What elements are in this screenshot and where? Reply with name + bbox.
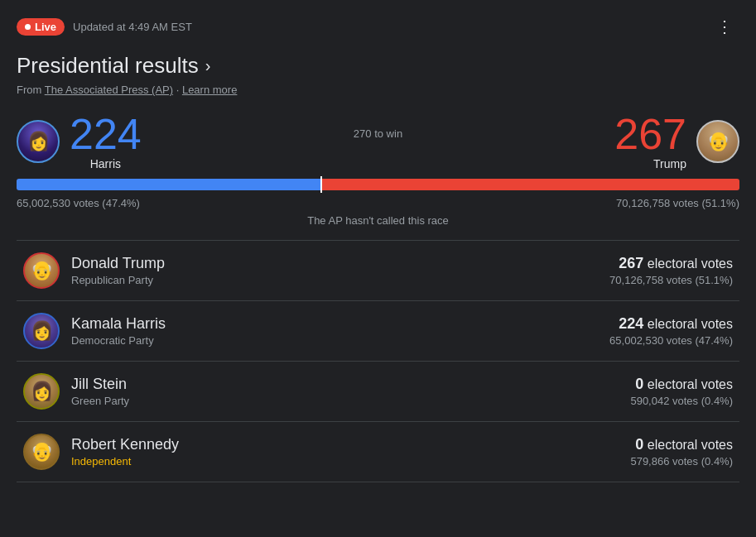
harris-results: 224 electoral votes 65,002,530 votes (47… [609, 315, 733, 347]
title-row: Presidential results › [17, 53, 739, 79]
candidate-row-stein: 👩 Jill Stein Green Party 0 electoral vot… [17, 362, 739, 422]
trump-electoral: 267 electoral votes [609, 255, 733, 272]
stein-info: Jill Stein Green Party [71, 376, 129, 407]
trump-electoral-label: electoral votes [648, 257, 733, 271]
harris-score-info: 224 Harris [70, 113, 142, 170]
top-bar: Live Updated at 4:49 AM EST ⋮ [17, 13, 739, 40]
trump-label: Trump [653, 157, 686, 170]
stein-electoral-label: electoral votes [648, 377, 733, 391]
updated-text: Updated at 4:49 AM EST [73, 21, 192, 33]
source-prefix: From [17, 84, 45, 96]
trump-row-avatar: 👴 [23, 252, 60, 289]
trump-name: Donald Trump [71, 255, 165, 272]
harris-avatar: 👩 [17, 120, 60, 163]
votes-line: 65,002,530 votes (47.4%) 70,126,758 vote… [17, 197, 739, 209]
trump-score-info: 267 Trump [614, 113, 686, 170]
kennedy-name: Robert Kennedy [71, 436, 179, 453]
harris-info: Kamala Harris Democratic Party [71, 315, 166, 347]
candidate-list: 👴 Donald Trump Republican Party 267 elec… [17, 240, 739, 482]
candidate-row-harris: 👩 Kamala Harris Democratic Party 224 ele… [17, 301, 739, 362]
learn-more-link[interactable]: Learn more [182, 84, 237, 96]
bar-blue [17, 179, 320, 190]
title-chevron-icon[interactable]: › [205, 56, 211, 75]
trump-face-icon: 👴 [698, 122, 738, 161]
source-separator: · [173, 84, 182, 96]
harris-score: 👩 224 Harris [17, 113, 142, 170]
ap-notice: The AP hasn't called this race [17, 214, 739, 227]
trump-info: Donald Trump Republican Party [71, 255, 165, 286]
trump-popular: 70,126,758 votes (51.1%) [609, 274, 733, 286]
trump-results: 267 electoral votes 70,126,758 votes (51… [609, 255, 733, 286]
kennedy-electoral: 0 electoral votes [630, 436, 733, 453]
harris-electoral-label: electoral votes [648, 317, 733, 331]
harris-electoral-count: 224 [70, 113, 142, 156]
source-line: From The Associated Press (AP) · Learn m… [17, 84, 739, 96]
stein-electoral: 0 electoral votes [630, 376, 733, 393]
candidate-left-harris: 👩 Kamala Harris Democratic Party [23, 313, 166, 349]
live-badge: Live [17, 18, 65, 36]
trump-votes: 70,126,758 votes (51.1%) [616, 197, 739, 209]
trump-electoral-count: 267 [614, 113, 686, 156]
harris-face-icon: 👩 [18, 122, 58, 161]
kennedy-party: Independent [71, 455, 179, 467]
live-dot [25, 24, 31, 30]
progress-bar [17, 179, 739, 190]
harris-popular: 65,002,530 votes (47.4%) [609, 334, 733, 347]
stein-popular: 590,042 votes (0.4%) [630, 395, 733, 407]
harris-row-avatar: 👩 [23, 313, 60, 349]
candidate-row-trump: 👴 Donald Trump Republican Party 267 elec… [17, 240, 739, 301]
trump-row-face-icon: 👴 [25, 254, 58, 287]
stein-name: Jill Stein [71, 376, 129, 393]
harris-electoral: 224 electoral votes [609, 315, 733, 333]
ap-link[interactable]: The Associated Press (AP) [45, 84, 173, 96]
center-270-label: 270 to win [142, 127, 614, 140]
kennedy-electoral-label: electoral votes [648, 438, 733, 452]
kennedy-row-face-icon: 👴 [25, 435, 58, 468]
stein-row-face-icon: 👩 [25, 375, 58, 408]
kennedy-popular: 579,866 votes (0.4%) [630, 455, 733, 467]
trump-party: Republican Party [71, 274, 165, 286]
bar-divider [320, 176, 322, 193]
harris-row-face-icon: 👩 [25, 314, 58, 348]
live-label: Live [35, 21, 56, 33]
stein-party: Green Party [71, 395, 129, 407]
stein-results: 0 electoral votes 590,042 votes (0.4%) [630, 376, 733, 407]
kennedy-row-avatar: 👴 [23, 434, 60, 470]
kennedy-results: 0 electoral votes 579,866 votes (0.4%) [630, 436, 733, 467]
trump-score: 267 Trump 👴 [614, 113, 739, 170]
page-title: Presidential results [17, 53, 199, 79]
bar-red [322, 179, 739, 190]
kennedy-info: Robert Kennedy Independent [71, 436, 179, 467]
candidate-left-kennedy: 👴 Robert Kennedy Independent [23, 434, 179, 470]
trump-avatar: 👴 [696, 120, 739, 163]
scores-section: 👩 224 Harris 270 to win 267 Trump 👴 [17, 113, 739, 170]
stein-row-avatar: 👩 [23, 373, 60, 410]
candidate-left-trump: 👴 Donald Trump Republican Party [23, 252, 165, 289]
top-bar-left: Live Updated at 4:49 AM EST [17, 18, 192, 36]
harris-name: Kamala Harris [71, 315, 166, 333]
more-icon[interactable]: ⋮ [710, 13, 739, 40]
harris-label: Harris [70, 157, 142, 170]
candidate-row-kennedy: 👴 Robert Kennedy Independent 0 electoral… [17, 422, 739, 482]
candidate-left-stein: 👩 Jill Stein Green Party [23, 373, 129, 410]
harris-party: Democratic Party [71, 334, 166, 347]
harris-votes: 65,002,530 votes (47.4%) [17, 197, 140, 209]
